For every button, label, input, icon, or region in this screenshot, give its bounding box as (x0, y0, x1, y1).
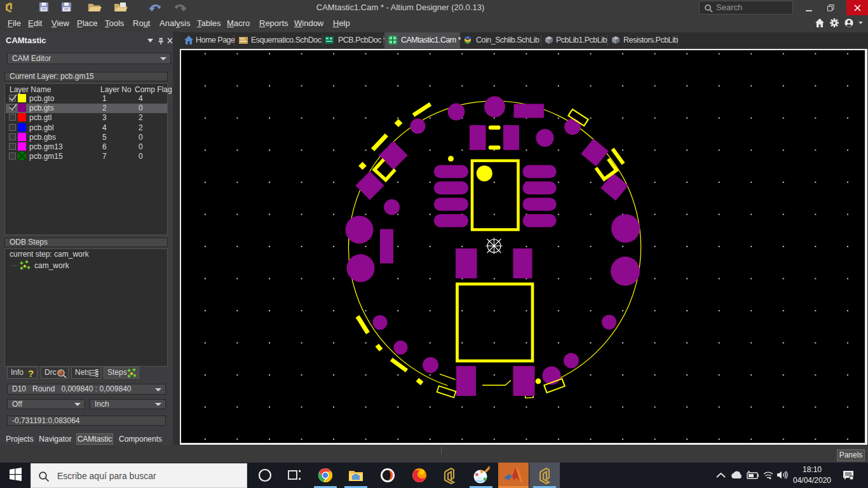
svg-text:?: ? (28, 369, 34, 378)
